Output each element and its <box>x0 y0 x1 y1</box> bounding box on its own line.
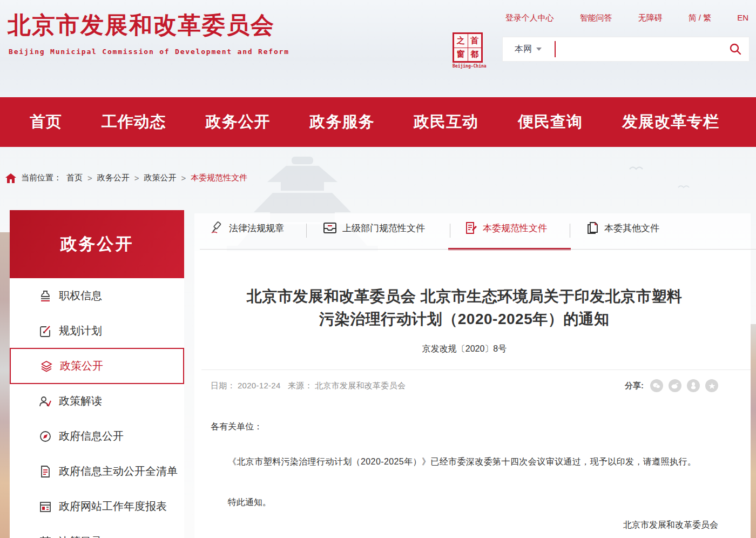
share-bar: 分享: <box>625 379 718 392</box>
link-login-personal-center[interactable]: 登录个人中心 <box>505 13 554 23</box>
sidebar-item-planning[interactable]: 规划计划 <box>10 313 184 348</box>
home-icon <box>5 173 16 183</box>
inbox-icon <box>323 221 337 234</box>
tabs-baseline <box>200 249 756 250</box>
seal-caption: Beijing-China <box>453 64 484 69</box>
sidebar-item-label: 政府网站工作年度报表 <box>59 499 167 514</box>
breadcrumb-label: 当前位置： <box>21 173 62 183</box>
search-bar: 本网 <box>502 37 750 62</box>
sidebar-title: 政务公开 <box>10 210 184 278</box>
seal-char: 首 <box>468 34 482 48</box>
nav-item-government-affairs[interactable]: 政务公开 <box>206 111 271 133</box>
person-pen-icon <box>39 395 52 408</box>
document-list-icon <box>39 465 52 478</box>
seal-grid: 之 首 窗 都 <box>453 32 483 63</box>
date-label: 日期： <box>211 381 235 390</box>
tab-other-documents[interactable]: 本委其他文件 <box>586 221 659 234</box>
documents-icon <box>586 221 599 234</box>
sidebar-item-label: 规划计划 <box>59 324 102 338</box>
sidebar: 职权信息 规划计划 政策公开 政策解读 <box>10 278 184 538</box>
tab-separator <box>570 224 570 238</box>
gavel-icon <box>211 221 224 234</box>
seal-char: 窗 <box>454 48 468 62</box>
search-button[interactable] <box>722 37 749 61</box>
report-table-icon <box>39 500 52 513</box>
calendar-icon <box>39 535 52 538</box>
article-source: 北京市发展和改革委员会 <box>315 381 406 390</box>
wechat-share-icon[interactable] <box>650 379 663 392</box>
bird-icon <box>629 165 643 170</box>
plan-edit-icon <box>39 325 52 338</box>
article-paragraph: 《北京市塑料污染治理行动计划（2020-2025年）》已经市委深改委第十四次会议… <box>211 453 719 470</box>
document-number: 京发改规〔2020〕8号 <box>211 344 718 355</box>
sidebar-item-policy-interpretation[interactable]: 政策解读 <box>10 384 184 419</box>
breadcrumb-separator: > <box>87 173 92 183</box>
chevron-down-icon <box>536 48 542 51</box>
sidebar-item-label: 职权信息 <box>59 288 102 303</box>
page: 北京市发展和改革委员会 Beijing Municipal Commission… <box>0 0 756 538</box>
background-left-photo-strip <box>0 232 10 538</box>
search-scope-dropdown[interactable]: 本网 <box>503 44 551 55</box>
sidebar-item-label: 决策目录 <box>59 534 102 538</box>
share-label: 分享: <box>625 381 644 391</box>
search-scope-label: 本网 <box>515 44 532 55</box>
breadcrumb: 当前位置： 首页 > 政务公开 > 政策公开 > 本委规范性文件 <box>5 173 247 183</box>
seal-char: 之 <box>454 34 468 48</box>
sidebar-item-label: 政府信息主动公开全清单 <box>59 464 178 479</box>
sidebar-item-decision-catalog[interactable]: 决策目录 <box>10 524 184 538</box>
tab-laws-and-regulations[interactable]: 法律法规规章 <box>211 221 284 234</box>
tab-label: 本委规范性文件 <box>483 222 547 234</box>
beijing-china-seal-logo[interactable]: 之 首 窗 都 Beijing-China <box>453 32 484 69</box>
sidebar-item-website-annual-report[interactable]: 政府网站工作年度报表 <box>10 489 184 524</box>
search-input[interactable] <box>556 38 722 60</box>
sidebar-item-label: 政策解读 <box>59 394 102 408</box>
tab-own-normative-documents[interactable]: 本委规范性文件 <box>464 221 547 234</box>
breadcrumb-item-normative-documents[interactable]: 本委规范性文件 <box>191 173 247 183</box>
sidebar-item-government-info-disclosure[interactable]: 政府信息公开 <box>10 419 184 454</box>
breadcrumb-item-home[interactable]: 首页 <box>66 173 83 183</box>
nav-item-convenient-inquiry[interactable]: 便民查询 <box>518 111 583 133</box>
nav-item-government-services[interactable]: 政务服务 <box>309 111 374 133</box>
link-smart-qa[interactable]: 智能问答 <box>580 13 612 23</box>
nav-item-work-updates[interactable]: 工作动态 <box>102 111 166 133</box>
article-date: 2020-12-24 <box>238 381 281 390</box>
source-label: 来源： <box>288 381 313 390</box>
article-signature: 北京市发展和改革委员会 <box>211 520 718 531</box>
sidebar-item-label: 政府信息公开 <box>59 429 124 443</box>
sidebar-item-authority-info[interactable]: 职权信息 <box>10 278 184 313</box>
article-title-line: 北京市发展和改革委员会 北京市生态环境局关于印发北京市塑料 <box>211 285 718 308</box>
tab-label: 本委其他文件 <box>604 222 659 234</box>
weibo-share-icon[interactable] <box>669 379 681 392</box>
sidebar-item-proactive-disclosure-list[interactable]: 政府信息主动公开全清单 <box>10 454 184 489</box>
tab-label: 法律法规规章 <box>229 222 284 234</box>
breadcrumb-item-gov-affairs[interactable]: 政务公开 <box>97 173 130 183</box>
tab-superior-normative-documents[interactable]: 上级部门规范性文件 <box>323 221 425 234</box>
link-english[interactable]: EN <box>737 13 748 23</box>
qq-share-icon[interactable] <box>687 379 700 392</box>
layers-icon <box>40 360 53 373</box>
nav-item-development-reform-column[interactable]: 发展改革专栏 <box>622 111 719 133</box>
meta-divider <box>201 369 751 370</box>
document-type-tabs: 法律法规规章 上级部门规范性文件 本委规范性文件 <box>211 221 751 243</box>
article-title: 北京市发展和改革委员会 北京市生态环境局关于印发北京市塑料 污染治理行动计划（2… <box>211 285 718 331</box>
header-top-links: 登录个人中心 智能问答 无障碍 简 / 繁 EN <box>505 13 748 23</box>
breadcrumb-separator: > <box>134 173 139 183</box>
sidebar-item-policy-disclosure[interactable]: 政策公开 <box>10 348 184 384</box>
main-nav: 首页 工作动态 政务公开 政务服务 政民互动 便民查询 发展改革专栏 <box>0 97 756 147</box>
link-accessibility[interactable]: 无障碍 <box>638 13 663 23</box>
compass-icon <box>39 430 52 443</box>
breadcrumb-item-policy-disclosure[interactable]: 政策公开 <box>144 173 177 183</box>
search-icon <box>729 43 742 56</box>
tab-separator <box>306 224 307 238</box>
nav-item-public-interaction[interactable]: 政民互动 <box>414 111 478 133</box>
site-logo-title: 北京市发展和改革委员会 <box>8 10 275 41</box>
seal-char: 都 <box>468 48 482 62</box>
site-logo-subtitle: Beijing Municipal Commission of Developm… <box>9 48 289 56</box>
nav-item-home[interactable]: 首页 <box>30 111 62 133</box>
link-simplified-traditional[interactable]: 简 / 繁 <box>688 13 712 23</box>
favorite-share-icon[interactable] <box>705 379 718 392</box>
article-meta-row: 日期：2020-12-24 来源：北京市发展和改革委员会 分享: <box>211 381 718 391</box>
document-edit-icon <box>464 221 477 234</box>
tab-label: 上级部门规范性文件 <box>342 222 425 234</box>
article-salutation: 各有关单位： <box>211 421 718 433</box>
